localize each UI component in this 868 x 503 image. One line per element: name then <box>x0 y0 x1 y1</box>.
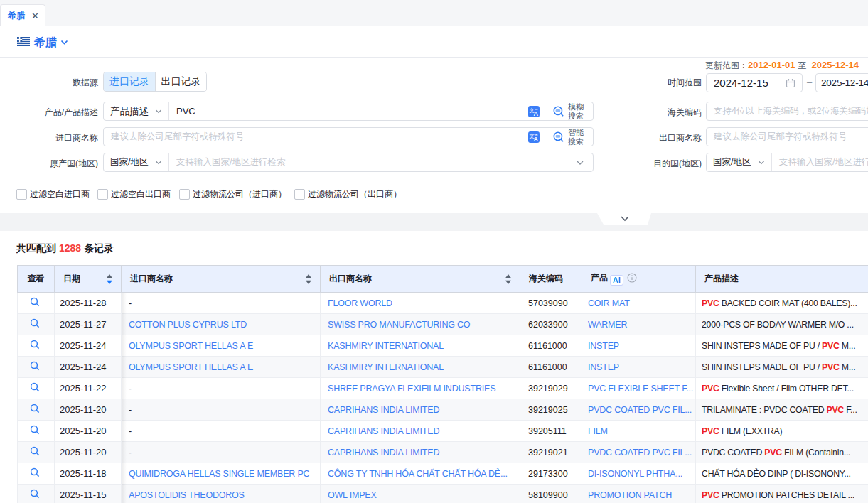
svg-text:A: A <box>534 136 539 143</box>
svg-text:A: A <box>534 110 539 117</box>
